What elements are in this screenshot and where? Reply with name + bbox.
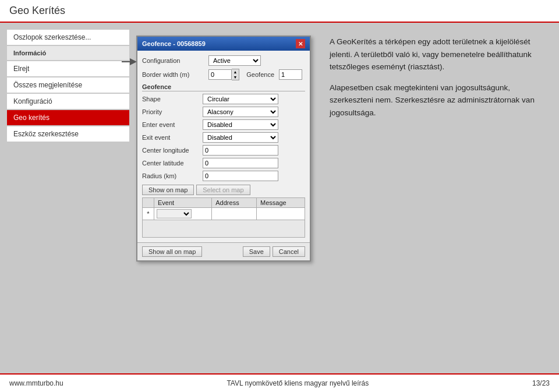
exit-event-row: Exit event Disabled Enabled <box>142 132 305 143</box>
show-on-map-button[interactable]: Show on map <box>142 185 194 195</box>
configuration-select[interactable]: Active Inactive <box>208 55 261 66</box>
right-para-1: A GeoKerítés a térképen egy adott terüle… <box>330 36 540 73</box>
sidebar-item-geo_keritas[interactable]: Geo kerítés <box>7 110 129 125</box>
shape-label: Shape <box>142 96 200 103</box>
footer-description: TAVL nyomkövető kliens magyar nyelvű leí… <box>227 379 369 387</box>
sidebar-item-eszkoz[interactable]: Eszköz szerkesztése <box>7 126 129 142</box>
center-longitude-row: Center longitude <box>142 145 305 156</box>
sidebar-item-osszes[interactable]: Összes megjelenítése <box>7 77 129 93</box>
footer: www.mmturbo.hu TAVL nyomkövető kliens ma… <box>0 373 559 392</box>
priority-row: Priority Alacsony Közepes Magas <box>142 107 305 117</box>
center-latitude-input[interactable] <box>203 158 278 168</box>
priority-select[interactable]: Alacsony Közepes Magas <box>203 107 278 117</box>
shape-row: Shape Circular Polygon <box>142 94 305 104</box>
event-col-header: Event <box>154 198 212 208</box>
right-para-2: Alapesetben csak megtekinteni van jogosu… <box>330 82 540 119</box>
message-cell <box>257 208 305 220</box>
show-all-on-map-button[interactable]: Show all on map <box>142 246 202 257</box>
center-latitude-label: Center latitude <box>142 160 200 167</box>
dialog-body: Configuration Active Inactive Border wid… <box>137 51 310 242</box>
right-text-panel: A GeoKerítés a térképen egy adott terüle… <box>318 30 552 366</box>
geofence-dialog: Geofence - 00568859 ✕ Configuration Acti… <box>136 36 311 262</box>
border-width-row: Border width (m) ▲ ▼ Geofence <box>142 69 305 80</box>
star-cell: * <box>143 208 154 220</box>
cancel-button[interactable]: Cancel <box>273 246 305 257</box>
geofence-input[interactable] <box>279 69 302 80</box>
empty-area <box>143 220 305 238</box>
dialog-titlebar: Geofence - 00568859 ✕ <box>137 37 310 51</box>
save-button[interactable]: Save <box>243 246 270 257</box>
radius-label: Radius (km) <box>142 172 200 179</box>
radius-row: Radius (km) <box>142 171 305 181</box>
geofence-section-header: Geofence <box>142 83 305 91</box>
border-width-spinbox: ▲ ▼ <box>208 69 239 80</box>
footer-website: www.mmturbo.hu <box>9 379 63 387</box>
configuration-row: Configuration Active Inactive <box>142 55 305 66</box>
dialog-footer: Show all on map Save Cancel <box>137 242 310 260</box>
enter-event-label: Enter event <box>142 121 200 128</box>
priority-label: Priority <box>142 108 200 115</box>
geofence-label: Geofence <box>242 71 277 78</box>
sidebar-item-oszlopok[interactable]: Oszlopok szerkesztése... <box>7 30 129 45</box>
enter-event-row: Enter event Disabled Enabled <box>142 119 305 130</box>
sidebar-item-informacio[interactable]: Információ <box>7 46 129 60</box>
map-buttons-row: Show on map Select on map <box>142 185 305 195</box>
exit-event-label: Exit event <box>142 134 200 141</box>
center-latitude-row: Center latitude <box>142 158 305 168</box>
left-panel: Oszlopok szerkesztése...InformációElrejt… <box>7 30 129 366</box>
page-title: Geo Kerítés <box>9 5 65 16</box>
message-col-header: Message <box>257 198 305 208</box>
event-table-section: Show on map Select on map Event Address … <box>142 185 305 238</box>
sidebar-item-konfiguracio[interactable]: Konfiguráció <box>7 94 129 109</box>
border-width-down[interactable]: ▼ <box>232 75 239 80</box>
address-cell <box>212 208 257 220</box>
border-width-up[interactable]: ▲ <box>232 69 239 75</box>
border-width-label: Border width (m) <box>142 71 206 78</box>
exit-event-select[interactable]: Disabled Enabled <box>203 132 278 143</box>
dialog-title: Geofence - 00568859 <box>142 40 206 47</box>
table-row[interactable]: * <box>143 208 305 220</box>
arrow-icon <box>119 53 136 70</box>
event-table: Event Address Message * <box>142 197 305 238</box>
dialog-close-button[interactable]: ✕ <box>296 39 305 48</box>
sidebar-item-elrejt[interactable]: Elrejt <box>7 61 129 76</box>
shape-select[interactable]: Circular Polygon <box>203 94 278 104</box>
event-dropdown-cell[interactable] <box>154 208 212 220</box>
border-width-input[interactable] <box>208 69 232 80</box>
footer-page: 13/23 <box>532 379 550 387</box>
select-on-map-button[interactable]: Select on map <box>196 185 250 195</box>
configuration-label: Configuration <box>142 57 206 64</box>
table-empty-row <box>143 220 305 238</box>
enter-event-select[interactable]: Disabled Enabled <box>203 119 278 130</box>
radius-input[interactable] <box>203 171 278 181</box>
title-bar: Geo Kerítés <box>0 0 559 23</box>
center-longitude-label: Center longitude <box>142 147 200 154</box>
center-longitude-input[interactable] <box>203 145 278 156</box>
event-cell-select[interactable] <box>157 209 192 218</box>
star-col <box>143 198 154 208</box>
address-col-header: Address <box>212 198 257 208</box>
